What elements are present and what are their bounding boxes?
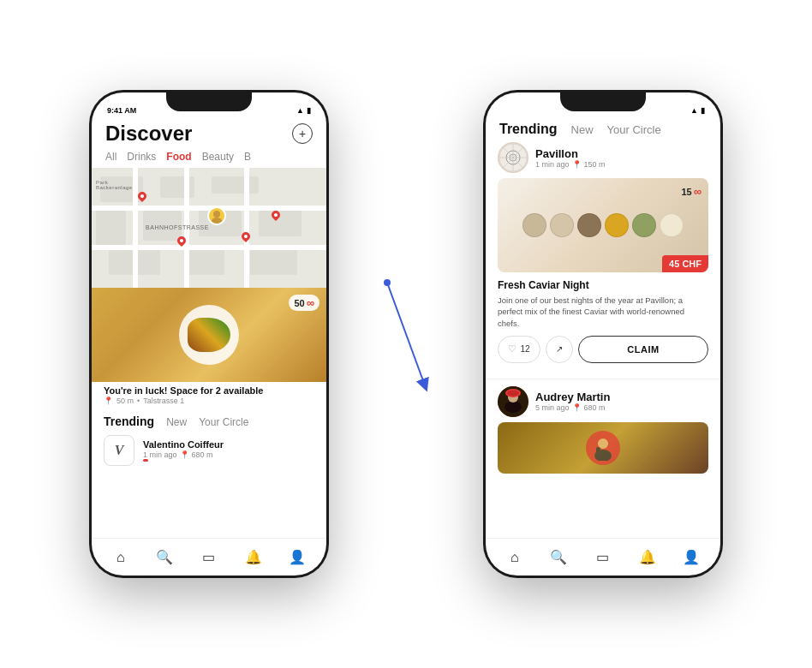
share-button[interactable]: ↗ bbox=[546, 336, 573, 363]
status-icons-right: ▲ ▮ bbox=[690, 106, 705, 115]
person-silhouette bbox=[590, 435, 616, 461]
venue-item-valentino[interactable]: V Valentino Coiffeur 1 min ago 📍 680 m bbox=[104, 435, 314, 466]
pavillon-image: 15 ∞ 45 CHF bbox=[498, 178, 708, 272]
venue-logo-valentino: V bbox=[104, 435, 134, 466]
screen-content-left: Discover + All Drinks Food Beauty B bbox=[92, 116, 326, 576]
user-card-audrey: Audrey Martin 5 min ago 📍 680 m bbox=[486, 386, 720, 474]
tab-more[interactable]: B bbox=[244, 151, 251, 163]
audrey-meta: 5 min ago 📍 680 m bbox=[535, 403, 610, 412]
bottom-nav-left: ⌂ 🔍 ▭ 🔔 👤 bbox=[92, 538, 326, 576]
detail-trending-tab[interactable]: Trending bbox=[499, 122, 558, 137]
card-info: You're in luck! Space for 2 available 📍 … bbox=[92, 382, 326, 405]
heart-icon: ♡ bbox=[508, 343, 516, 355]
points-value: 50 bbox=[294, 298, 304, 308]
arrow-connector bbox=[380, 248, 432, 420]
tab-drinks[interactable]: Drinks bbox=[127, 151, 156, 163]
discover-header: Discover + bbox=[92, 116, 326, 149]
nav-home-right[interactable]: ⌂ bbox=[505, 548, 524, 567]
detail-header: Trending New Your Circle bbox=[486, 116, 720, 142]
card-image: 50 ∞ bbox=[92, 288, 326, 382]
map-street-label: BAHNHOFSTRASSE bbox=[146, 224, 209, 230]
pavillon-infinity-icon: ∞ bbox=[694, 185, 702, 198]
map-park-label: ParkBackeranlage bbox=[96, 180, 133, 190]
tab-food[interactable]: Food bbox=[166, 151, 191, 163]
venue-time-valentino: 1 min ago bbox=[143, 450, 177, 459]
food-item bbox=[188, 318, 230, 352]
trending-section: Trending New Your Circle V Valentino Coi… bbox=[92, 408, 326, 538]
infinity-icon: ∞ bbox=[307, 296, 314, 309]
discover-title: Discover bbox=[105, 122, 192, 146]
plate bbox=[179, 305, 239, 365]
detail-new-tab[interactable]: New bbox=[571, 123, 594, 136]
nav-bell-left[interactable]: 🔔 bbox=[244, 548, 263, 567]
map-pin-3 bbox=[240, 230, 252, 242]
audrey-image-person bbox=[586, 431, 620, 465]
card-address: Talstrasse 1 bbox=[143, 397, 184, 405]
tab-all[interactable]: All bbox=[105, 151, 116, 163]
left-phone: 9:41 AM ▲ ▮ Discover + All Drinks Food B… bbox=[89, 90, 329, 578]
nav-search-left[interactable]: 🔍 bbox=[155, 548, 174, 567]
battery-icon-right: ▮ bbox=[701, 106, 705, 115]
venue-name-valentino: Valentino Coiffeur bbox=[143, 439, 314, 450]
nav-profile-left[interactable]: 👤 bbox=[288, 548, 307, 567]
bowl-5 bbox=[632, 213, 656, 237]
like-button[interactable]: ♡ 12 bbox=[498, 336, 540, 363]
bowl-4 bbox=[605, 213, 629, 237]
audrey-header: Audrey Martin 5 min ago 📍 680 m bbox=[498, 386, 708, 417]
progress-container bbox=[92, 405, 326, 408]
share-icon: ↗ bbox=[556, 344, 563, 354]
pavillon-info: Pavillon 1 min ago 📍 150 m bbox=[535, 147, 606, 169]
featured-card[interactable]: 50 ∞ You're in luck! Space for 2 availab… bbox=[92, 288, 326, 408]
bowl-1 bbox=[522, 213, 546, 237]
claim-label: CLAIM bbox=[627, 344, 659, 355]
audrey-info: Audrey Martin 5 min ago 📍 680 m bbox=[535, 391, 610, 412]
tab-circle-left[interactable]: Your Circle bbox=[199, 416, 248, 428]
battery-icon: ▮ bbox=[307, 106, 311, 115]
pavillon-distance: 150 m bbox=[584, 160, 606, 169]
trending-tabs: Trending New Your Circle bbox=[104, 415, 314, 428]
pavillon-logo bbox=[498, 142, 528, 173]
nav-search-right[interactable]: 🔍 bbox=[549, 548, 568, 567]
wifi-icon: ▲ bbox=[296, 106, 304, 115]
points-badge: 50 ∞ bbox=[289, 295, 319, 311]
venue-dist-valentino: 680 m bbox=[192, 450, 213, 459]
nav-profile-right[interactable]: 👤 bbox=[682, 548, 701, 567]
bowl-2 bbox=[550, 213, 574, 237]
venue-avatar-pavillon bbox=[498, 142, 528, 173]
audrey-venue-image bbox=[498, 422, 708, 474]
detail-circle-tab[interactable]: Your Circle bbox=[607, 123, 661, 136]
tab-beauty[interactable]: Beauty bbox=[202, 151, 234, 163]
bowl-3 bbox=[577, 213, 601, 237]
add-button[interactable]: + bbox=[292, 123, 313, 144]
tab-new-left[interactable]: New bbox=[166, 416, 187, 428]
map-area[interactable]: BAHNHOFSTRASSE ParkBackeranlage bbox=[92, 168, 326, 288]
venue-card-pavillon: Pavillon 1 min ago 📍 150 m bbox=[486, 142, 720, 379]
venue-header-pavillon: Pavillon 1 min ago 📍 150 m bbox=[498, 142, 708, 173]
notch bbox=[166, 92, 252, 111]
connector-svg bbox=[380, 248, 432, 420]
venue-meta-valentino: 1 min ago 📍 680 m bbox=[143, 450, 314, 459]
svg-rect-17 bbox=[596, 447, 600, 457]
location-icon-valentino: 📍 bbox=[180, 450, 189, 459]
category-tabs: All Drinks Food Beauty B bbox=[92, 149, 326, 168]
nav-card-left[interactable]: ▭ bbox=[200, 548, 218, 567]
tab-trending-left[interactable]: Trending bbox=[104, 415, 154, 428]
svg-point-2 bbox=[384, 279, 391, 286]
chf-price-badge: 45 CHF bbox=[662, 255, 708, 272]
audrey-avatar-svg bbox=[498, 386, 528, 417]
svg-point-11 bbox=[505, 401, 522, 413]
screen-content-right: Trending New Your Circle bbox=[486, 116, 720, 576]
nav-bell-right[interactable]: 🔔 bbox=[638, 548, 657, 567]
svg-point-1 bbox=[212, 218, 222, 224]
bowl-6 bbox=[660, 213, 684, 237]
nav-card-right[interactable]: ▭ bbox=[594, 548, 612, 567]
audrey-avatar bbox=[498, 386, 528, 417]
bottom-nav-right: ⌂ 🔍 ▭ 🔔 👤 bbox=[486, 538, 720, 576]
card-distance: 50 m bbox=[116, 397, 134, 405]
wifi-icon-right: ▲ bbox=[690, 106, 698, 115]
claim-button[interactable]: CLAIM bbox=[578, 336, 708, 363]
card-meta: 📍 50 m • Talstrasse 1 bbox=[104, 397, 314, 405]
nav-home-left[interactable]: ⌂ bbox=[111, 548, 130, 567]
location-pin-icon: 📍 bbox=[104, 397, 113, 405]
venue-indicator-valentino bbox=[143, 459, 148, 462]
